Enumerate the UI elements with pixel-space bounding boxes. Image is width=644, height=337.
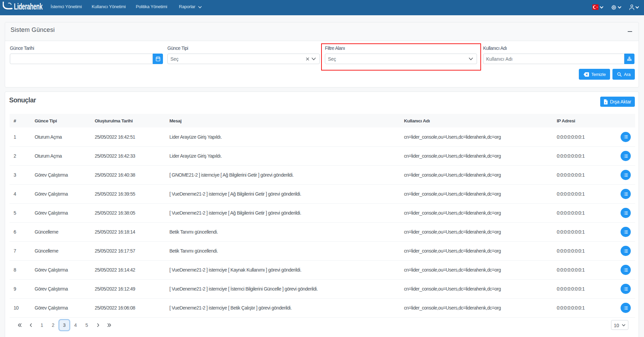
svg-text:x: x bbox=[605, 101, 606, 104]
